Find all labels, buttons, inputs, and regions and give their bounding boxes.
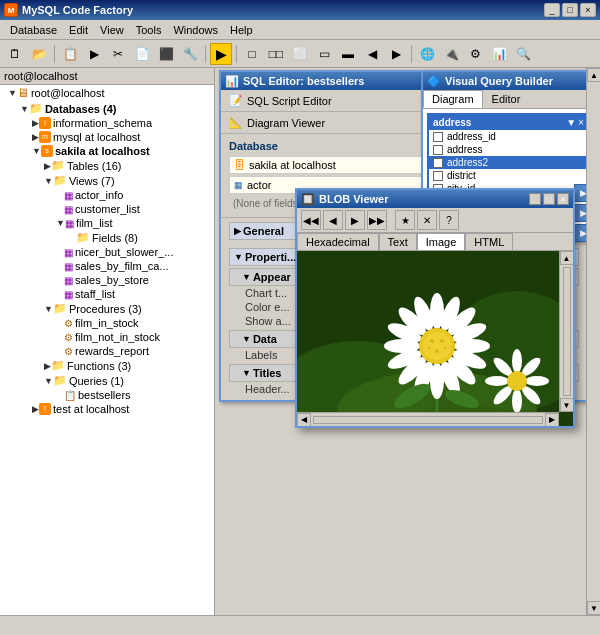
main-scroll-up[interactable]: ▲ [587,68,600,82]
vqb-close-btn[interactable]: × [578,117,584,128]
toolbar-btn9[interactable]: □ [241,43,263,65]
blob-play-btn[interactable]: ▶ [345,210,365,230]
toolbar-btn12[interactable]: ▭ [313,43,335,65]
tree-item-root[interactable]: ▼ 🖥 root@localhost [0,85,214,101]
toolbar-btn18[interactable]: ⚙ [464,43,486,65]
toolbar-run[interactable]: ▶ [210,43,232,65]
tree-item-film-in-stock[interactable]: ⚙ film_in_stock [0,316,214,330]
tree-item-actor-info[interactable]: ▦ actor_info [0,188,214,202]
close-button[interactable]: × [580,3,596,17]
blob-tab-html[interactable]: HTML [465,233,513,250]
blob-scrollbar-h[interactable]: ◀ ▶ [297,412,559,426]
tree-item-bestsellers[interactable]: 📋 bestsellers [0,388,214,402]
blob-star-btn[interactable]: ★ [395,210,415,230]
checkbox-address2[interactable] [433,158,443,168]
vqb-row-address-id[interactable]: address_id [429,130,588,143]
tree-item-mysql[interactable]: ▶ m mysql at localhost [0,130,214,144]
tree-item-functions[interactable]: ▶ 📁 Functions (3) [0,358,214,373]
checkbox-address[interactable] [433,145,443,155]
expand-appear-icon[interactable]: ▼ [242,272,251,282]
scroll-down-btn[interactable]: ▼ [560,398,574,412]
expand-proc-icon[interactable]: ▼ [44,304,53,314]
main-scrollbar-v[interactable]: ▲ ▼ [586,68,600,615]
blob-first-btn[interactable]: ◀◀ [301,210,321,230]
toolbar-btn4[interactable]: ▶ [83,43,105,65]
scroll-up-btn[interactable]: ▲ [560,251,574,265]
tree-container[interactable]: ▼ 🖥 root@localhost ▼ 📁 Databases (4) ▶ i… [0,85,214,632]
tree-item-staff-list[interactable]: ▦ staff_list [0,287,214,301]
tree-item-sales-store[interactable]: ▦ sales_by_store [0,273,214,287]
blob-tab-text[interactable]: Text [379,233,417,250]
vqb-tab-editor[interactable]: Editor [483,90,530,108]
scroll-left-btn[interactable]: ◀ [297,413,311,427]
menu-help[interactable]: Help [224,22,259,38]
blob-help-btn[interactable]: ? [439,210,459,230]
tree-item-nicer[interactable]: ▦ nicer_but_slower_... [0,245,214,259]
vqb-header-controls[interactable]: ▼ × [566,117,584,128]
vqb-tab-diagram[interactable]: Diagram [423,90,483,108]
expand-test-icon[interactable]: ▶ [32,404,39,414]
tree-item-film-list[interactable]: ▼ ▦ film_list [0,216,214,230]
blob-prev-btn[interactable]: ◀ [323,210,343,230]
menu-view[interactable]: View [94,22,130,38]
tree-item-rewards[interactable]: ⚙ rewards_report [0,344,214,358]
menu-database[interactable]: Database [4,22,63,38]
toolbar-btn14[interactable]: ◀ [361,43,383,65]
expand-sakila-icon[interactable]: ▼ [32,146,41,156]
toolbar-btn20[interactable]: 🔍 [512,43,534,65]
tree-item-fields[interactable]: 📁 Fields (8) [0,230,214,245]
expand-film-icon[interactable]: ▼ [56,218,65,228]
menu-windows[interactable]: Windows [167,22,224,38]
blob-tab-hex[interactable]: Hexadecimal [297,233,379,250]
maximize-button[interactable]: □ [562,3,578,17]
toolbar-open[interactable]: 📂 [28,43,50,65]
tree-item-customer-list[interactable]: ▦ customer_list [0,202,214,216]
blob-win-buttons[interactable]: _ □ × [529,193,569,205]
tree-item-procedures[interactable]: ▼ 📁 Procedures (3) [0,301,214,316]
blob-last-btn[interactable]: ▶▶ [367,210,387,230]
toolbar-btn11[interactable]: ⬜ [289,43,311,65]
toolbar-btn17[interactable]: 🔌 [440,43,462,65]
tree-item-sales-film[interactable]: ▦ sales_by_film_ca... [0,259,214,273]
vqb-row-address[interactable]: address [429,143,588,156]
menu-edit[interactable]: Edit [63,22,94,38]
title-bar-buttons[interactable]: _ □ × [544,3,596,17]
toolbar-btn7[interactable]: ⬛ [155,43,177,65]
vqb-row-address2[interactable]: address2 [429,156,588,169]
blob-minimize[interactable]: _ [529,193,541,205]
toolbar-btn8[interactable]: 🔧 [179,43,201,65]
tree-item-test[interactable]: ▶ t test at localhost [0,402,214,416]
blob-scrollbar-v[interactable]: ▲ ▼ [559,251,573,412]
blob-maximize[interactable]: □ [543,193,555,205]
toolbar-btn5[interactable]: ✂ [107,43,129,65]
expand-icon[interactable]: ▶ [44,161,51,171]
expand-icon[interactable]: ▼ [8,88,17,98]
checkbox-address-id[interactable] [433,132,443,142]
toolbar-btn19[interactable]: 📊 [488,43,510,65]
expand-icon[interactable]: ▶ [32,118,39,128]
blob-close[interactable]: × [557,193,569,205]
expand-views-icon[interactable]: ▼ [44,176,53,186]
tree-item-infschema[interactable]: ▶ i information_schema [0,116,214,130]
tree-item-views[interactable]: ▼ 📁 Views (7) [0,173,214,188]
toolbar-btn15[interactable]: ▶ [385,43,407,65]
checkbox-district[interactable] [433,171,443,181]
menu-tools[interactable]: Tools [130,22,168,38]
vqb-row-district[interactable]: district [429,169,588,182]
expand-func-icon[interactable]: ▶ [44,361,51,371]
tree-item-sakila[interactable]: ▼ s sakila at localhost [0,144,214,158]
expand-props-icon[interactable]: ▼ [234,252,243,262]
expand-general-icon[interactable]: ▶ [234,226,241,236]
tree-item-queries[interactable]: ▼ 📁 Queries (1) [0,373,214,388]
scroll-right-btn[interactable]: ▶ [545,413,559,427]
minimize-button[interactable]: _ [544,3,560,17]
blob-delete-btn[interactable]: ✕ [417,210,437,230]
vqb-collapse-btn[interactable]: ▼ [566,117,576,128]
toolbar-btn3[interactable]: 📋 [59,43,81,65]
main-scroll-down[interactable]: ▼ [587,601,600,615]
toolbar-btn13[interactable]: ▬ [337,43,359,65]
toolbar-new[interactable]: 🗒 [4,43,26,65]
toolbar-btn10[interactable]: □□ [265,43,287,65]
tree-item-tables[interactable]: ▶ 📁 Tables (16) [0,158,214,173]
tree-item-film-not-in-stock[interactable]: ⚙ film_not_in_stock [0,330,214,344]
